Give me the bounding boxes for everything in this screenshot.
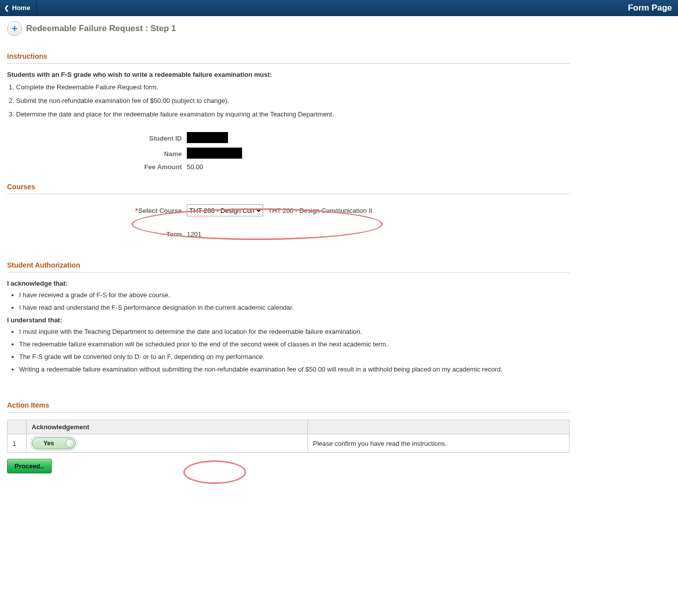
required-star-icon: * [135,207,138,214]
col-blank-2 [308,420,570,434]
page-title: Redeemable Failure Request : Step 1 [26,24,176,34]
top-header: ❮ Home Form Page [0,0,678,16]
page-header-title: Form Page [628,3,672,13]
home-label: Home [12,4,30,12]
fee-amount-value: 50.00 [187,163,247,171]
row-instruction: Please confirm you have read the instruc… [308,434,570,453]
instruction-item: Complete the Redeemable Failure Request … [16,83,570,91]
section-courses: Courses [7,183,570,194]
label-student-id: Student ID [7,135,187,142]
home-button[interactable]: ❮ Home [0,0,37,16]
content-area: + Redeemable Failure Request : Step 1 In… [0,16,577,494]
plus-icon[interactable]: + [7,21,22,36]
course-select[interactable]: THT 200 - Design Comm [187,204,263,216]
course-description: THT 200 - Design Communication II [268,207,372,214]
acknowledge-list: I have received a grade of F-S for the a… [7,291,570,311]
understand-list: I must inquire with the Teaching Departm… [7,328,570,373]
action-items-table: Acknowledgement 1 Yes Please confirm you… [7,420,570,453]
section-action-items: Action Items [7,401,570,413]
term-value: 1201 [187,230,247,238]
table-row: 1 Yes Please confirm you have read the i… [8,434,570,453]
section-instructions: Instructions [7,52,570,64]
understand-heading: I understand that: [7,316,570,324]
list-item: I have received a grade of F-S for the a… [19,291,570,299]
title-row: + Redeemable Failure Request : Step 1 [7,21,570,36]
section-authorization: Student Authorization [7,261,570,273]
proceed-button[interactable]: Proceed.. [7,459,52,473]
label-fee-amount: Fee Amount [7,163,187,171]
col-blank [8,420,27,434]
label-student-name: Name [7,150,187,158]
acknowledge-heading: I acknowledge that: [7,280,570,287]
instruction-item: Submit the non-refundable examination fe… [16,97,570,104]
toggle-label: Yes [32,440,65,447]
toggle-knob-icon [65,439,74,448]
list-item: Writing a redeemable failure examination… [19,365,570,373]
instruction-item: Determine the date and place for the red… [16,110,570,118]
label-term: Term [7,230,187,238]
chevron-left-icon: ❮ [4,5,9,12]
student-id-value [187,132,228,143]
instructions-list: Complete the Redeemable Failure Request … [7,83,570,118]
acknowledgement-toggle[interactable]: Yes [32,437,76,449]
instructions-intro: Students with an F-S grade who wish to w… [7,71,570,78]
list-item: The redeemable failure examination will … [19,340,570,348]
student-name-value [187,148,242,159]
col-acknowledgement: Acknowledgement [27,420,308,434]
row-number: 1 [8,434,27,453]
list-item: I must inquire with the Teaching Departm… [19,328,570,335]
list-item: The F-S grade will be converted only to … [19,353,570,360]
label-select-course: *Select Course [7,207,187,214]
list-item: I have read and understand the F-S perfo… [19,304,570,311]
